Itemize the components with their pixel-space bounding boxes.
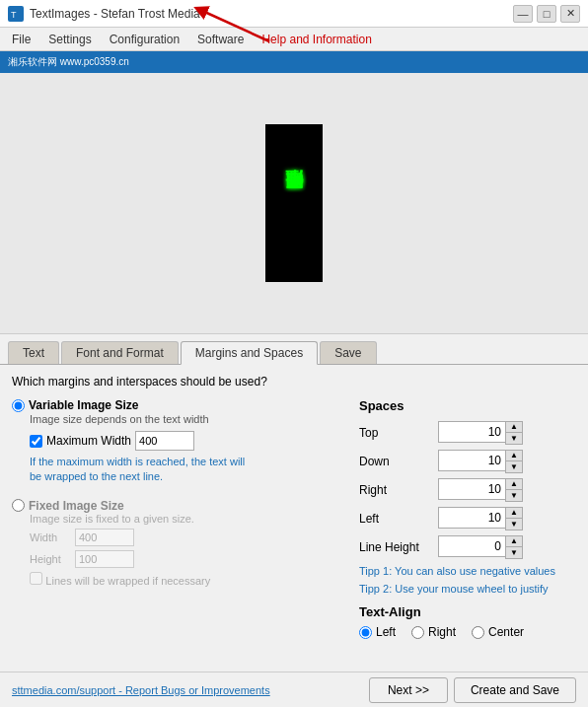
down-increment-button[interactable]: ▲ bbox=[506, 451, 522, 461]
left-decrement-button[interactable]: ▼ bbox=[506, 519, 522, 530]
top-label: Top bbox=[359, 426, 438, 440]
max-width-label: Maximum Width bbox=[46, 434, 131, 448]
line-height-label: Line Height bbox=[359, 540, 438, 554]
create-save-button[interactable]: Create and Save bbox=[454, 677, 576, 703]
width-label: Width bbox=[30, 531, 69, 543]
align-options: Left Right Center bbox=[359, 625, 576, 639]
left-spinner-row: Left ▲ ▼ bbox=[359, 507, 576, 530]
left-input[interactable] bbox=[438, 507, 505, 529]
variable-size-radio-label[interactable]: Variable Image Size bbox=[12, 398, 343, 412]
line-height-decrement-button[interactable]: ▼ bbox=[506, 547, 522, 558]
watermark-text: 湘乐软件网 www.pc0359.cn bbox=[8, 55, 129, 69]
down-spinner-buttons: ▲ ▼ bbox=[505, 450, 523, 473]
align-center-label[interactable]: Center bbox=[472, 625, 524, 639]
fixed-size-radio-label[interactable]: Fixed Image Size bbox=[12, 499, 343, 513]
align-right-radio[interactable] bbox=[411, 626, 424, 639]
top-spinner-buttons: ▲ ▼ bbox=[505, 421, 523, 445]
footer-buttons: Next >> Create and Save bbox=[369, 677, 576, 703]
svg-text:T: T bbox=[11, 10, 17, 20]
watermark-bar: 湘乐软件网 www.pc0359.cn bbox=[0, 51, 588, 73]
right-spinner: ▲ ▼ bbox=[438, 478, 523, 502]
top-increment-button[interactable]: ▲ bbox=[506, 422, 522, 433]
menu-configuration[interactable]: Configuration bbox=[102, 30, 187, 49]
line-height-spinner-buttons: ▲ ▼ bbox=[505, 535, 523, 559]
text-align-section: Text-Align Left Right Center bbox=[359, 604, 576, 639]
footer: sttmedia.com/support - Report Bugs or Im… bbox=[0, 672, 588, 707]
max-width-checkbox[interactable] bbox=[30, 435, 42, 448]
lines-wrapped-label: Lines will be wrapped if necessary bbox=[45, 575, 210, 587]
tipp2-text: Tipp 2: Use your mouse wheel to justify bbox=[359, 583, 576, 595]
left-increment-button[interactable]: ▲ bbox=[506, 508, 522, 519]
right-label: Right bbox=[359, 483, 438, 497]
line-height-increment-button[interactable]: ▲ bbox=[506, 536, 522, 547]
title-bar: T TextImages - Stefan Trost Media — □ ✕ bbox=[0, 0, 588, 28]
top-spinner: ▲ ▼ bbox=[438, 421, 523, 445]
variable-size-sub: Image size depends on the text width bbox=[30, 413, 343, 425]
minimize-button[interactable]: — bbox=[513, 5, 533, 23]
variable-size-group: Variable Image Size Image size depends o… bbox=[12, 398, 343, 485]
right-column: Spaces Top ▲ ▼ Down ▲ bbox=[359, 398, 576, 639]
main-content: Which margins and interspaces should be … bbox=[0, 365, 588, 649]
align-left-text: Left bbox=[376, 625, 396, 639]
next-button[interactable]: Next >> bbox=[369, 677, 448, 703]
fixed-size-radio[interactable] bbox=[12, 499, 25, 512]
max-width-row: Maximum Width bbox=[30, 431, 343, 451]
tipp1-text: Tipp 1: You can also use negative values bbox=[359, 565, 576, 577]
top-input[interactable] bbox=[438, 421, 505, 443]
align-right-label[interactable]: Right bbox=[411, 625, 456, 639]
right-increment-button[interactable]: ▲ bbox=[506, 479, 522, 490]
variable-size-radio[interactable] bbox=[12, 399, 25, 412]
lines-wrapped-row: Lines will be wrapped if necessary bbox=[30, 572, 343, 588]
left-spinner: ▲ ▼ bbox=[438, 507, 523, 530]
fixed-size-sub: Image size is fixed to a given size. bbox=[30, 513, 343, 525]
tab-save[interactable]: Save bbox=[320, 341, 376, 364]
top-decrement-button[interactable]: ▼ bbox=[506, 433, 522, 444]
menu-software[interactable]: Software bbox=[189, 30, 252, 49]
maximize-button[interactable]: □ bbox=[537, 5, 556, 23]
down-spinner: ▲ ▼ bbox=[438, 450, 523, 473]
window-controls: — □ ✕ bbox=[513, 5, 580, 23]
left-label: Left bbox=[359, 512, 438, 526]
down-input[interactable] bbox=[438, 450, 505, 471]
line-height-spinner-row: Line Height ▲ ▼ bbox=[359, 535, 576, 559]
text-align-title: Text-Align bbox=[359, 604, 576, 619]
right-spinner-buttons: ▲ ▼ bbox=[505, 478, 523, 502]
max-width-input[interactable] bbox=[135, 431, 194, 451]
spaces-title: Spaces bbox=[359, 398, 576, 413]
fixed-size-label: Fixed Image Size bbox=[29, 499, 124, 513]
height-label: Height bbox=[30, 553, 69, 565]
align-center-radio[interactable] bbox=[472, 626, 484, 639]
tabs-bar: Text Font and Format Margins and Spaces … bbox=[0, 334, 588, 365]
fixed-size-group: Fixed Image Size Image size is fixed to … bbox=[12, 499, 343, 588]
preview-area: 图中涩平旺 bbox=[0, 73, 588, 334]
title-bar-left: T TextImages - Stefan Trost Media bbox=[8, 6, 200, 22]
down-decrement-button[interactable]: ▼ bbox=[506, 461, 522, 472]
width-field-row: Width bbox=[30, 529, 343, 546]
left-spinner-buttons: ▲ ▼ bbox=[505, 507, 523, 530]
close-button[interactable]: ✕ bbox=[560, 5, 580, 23]
app-title: TextImages - Stefan Trost Media bbox=[30, 7, 200, 21]
width-input[interactable] bbox=[75, 529, 134, 546]
right-spinner-row: Right ▲ ▼ bbox=[359, 478, 576, 502]
right-input[interactable] bbox=[438, 478, 505, 500]
top-spinner-row: Top ▲ ▼ bbox=[359, 421, 576, 445]
right-decrement-button[interactable]: ▼ bbox=[506, 490, 522, 501]
line-height-input[interactable] bbox=[438, 535, 505, 557]
align-center-text: Center bbox=[488, 625, 524, 639]
tab-margins-spaces[interactable]: Margins and Spaces bbox=[181, 341, 318, 365]
wrap-text-line1: If the maximum width is reached, the tex… bbox=[30, 455, 343, 485]
footer-link[interactable]: sttmedia.com/support - Report Bugs or Im… bbox=[12, 684, 270, 696]
tab-font-format[interactable]: Font and Format bbox=[61, 341, 179, 364]
tab-text[interactable]: Text bbox=[8, 341, 59, 364]
align-left-radio[interactable] bbox=[359, 626, 372, 639]
menu-settings[interactable]: Settings bbox=[40, 30, 99, 49]
line-height-spinner: ▲ ▼ bbox=[438, 535, 523, 559]
height-input[interactable] bbox=[75, 550, 134, 568]
menu-file[interactable]: File bbox=[4, 30, 38, 49]
lines-wrapped-checkbox[interactable] bbox=[30, 572, 42, 585]
variable-size-label: Variable Image Size bbox=[29, 398, 138, 412]
align-left-label[interactable]: Left bbox=[359, 625, 396, 639]
down-label: Down bbox=[359, 455, 438, 468]
menu-help[interactable]: Help and Information bbox=[254, 30, 379, 49]
section-question: Which margins and interspaces should be … bbox=[12, 375, 576, 389]
